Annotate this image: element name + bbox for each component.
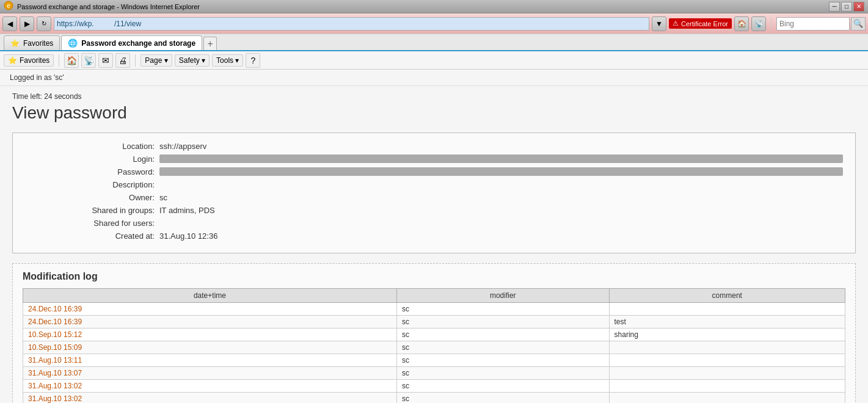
help-button[interactable]: ? xyxy=(246,53,260,68)
created-label: Created at: xyxy=(25,231,159,241)
bing-input[interactable] xyxy=(776,17,850,31)
tab-favorites[interactable]: ⭐ Favorites xyxy=(4,35,60,50)
date-link[interactable]: 31.Aug.10 13:07 xyxy=(28,369,82,377)
safety-menu[interactable]: Safety ▾ xyxy=(175,54,210,67)
info-row-password: Password: xyxy=(25,167,843,176)
info-row-created: Created at: 31.Aug.10 12:36 xyxy=(25,231,843,241)
tab-password-exchange[interactable]: 🌐 Password exchange and storage xyxy=(61,35,202,50)
cell-comment: test xyxy=(609,316,845,329)
cell-date: 24.Dec.10 16:39 xyxy=(23,303,397,316)
shared-groups-label: Shared in groups: xyxy=(25,206,159,215)
toolbar-sep2 xyxy=(135,54,136,67)
logged-in-text: Logged in as 'sc' xyxy=(10,73,64,82)
safety-label: Safety ▾ xyxy=(179,56,205,65)
table-row: 24.Dec.10 16:39sctest xyxy=(23,316,845,329)
password-info-box: Location: ssh://appserv Login: Password:… xyxy=(12,133,856,253)
owner-value: sc xyxy=(159,193,843,202)
info-row-shared-groups: Shared in groups: IT admins, PDS xyxy=(25,206,843,215)
page-menu[interactable]: Page ▾ xyxy=(140,54,172,67)
description-value xyxy=(159,180,843,189)
toolbar-sep1 xyxy=(59,54,59,67)
col-modifier: modifier xyxy=(396,289,609,303)
cell-comment xyxy=(609,367,845,380)
location-value: ssh://appserv xyxy=(159,142,843,151)
cell-date: 31.Aug.10 13:11 xyxy=(23,354,397,367)
info-row-shared-users: Shared for users: xyxy=(25,219,843,228)
tab-bar: ⭐ Favorites 🌐 Password exchange and stor… xyxy=(0,34,868,51)
table-row: 31.Aug.10 13:07sc xyxy=(23,367,845,380)
star-icon-toolbar: ⭐ xyxy=(8,56,17,65)
info-row-owner: Owner: sc xyxy=(25,193,843,202)
owner-label: Owner: xyxy=(25,193,159,202)
cert-error-badge[interactable]: ⚠ Certificate Error xyxy=(669,18,732,29)
cell-modifier: sc xyxy=(396,341,609,354)
favorites-button[interactable]: ⭐ Favorites xyxy=(4,54,54,67)
table-row: 31.Aug.10 13:11sc xyxy=(23,354,845,367)
cell-date: 31.Aug.10 13:02 xyxy=(23,393,397,404)
home-button[interactable]: 🏠 xyxy=(734,16,749,31)
table-row: 10.Sep.10 15:09sc xyxy=(23,341,845,354)
date-link[interactable]: 10.Sep.10 15:12 xyxy=(28,330,82,339)
title-bar-text: Password exchange and storage - Windows … xyxy=(17,3,825,10)
feeds-button[interactable]: 📡 xyxy=(751,16,766,31)
logged-in-bar: Logged in as 'sc' xyxy=(0,70,868,86)
modification-log-title: Modification log xyxy=(23,271,845,282)
location-label: Location: xyxy=(25,142,159,151)
table-row: 31.Aug.10 13:02sc xyxy=(23,380,845,393)
go-button[interactable]: ▼ xyxy=(652,16,666,31)
date-link[interactable]: 10.Sep.10 15:09 xyxy=(28,343,82,352)
cell-comment xyxy=(609,354,845,367)
date-link[interactable]: 31.Aug.10 13:02 xyxy=(28,382,82,390)
date-link[interactable]: 24.Dec.10 16:39 xyxy=(28,305,82,313)
feeds-toolbar-button[interactable]: 📡 xyxy=(81,53,96,68)
date-link[interactable]: 31.Aug.10 13:02 xyxy=(28,394,82,403)
cell-modifier: sc xyxy=(396,303,609,316)
date-link[interactable]: 24.Dec.10 16:39 xyxy=(28,318,82,326)
info-row-location: Location: ssh://appserv xyxy=(25,142,843,151)
cell-modifier: sc xyxy=(396,316,609,329)
cert-error-label: Certificate Error xyxy=(681,20,728,27)
tab-password-label: Password exchange and storage xyxy=(81,39,195,48)
password-label: Password: xyxy=(25,167,159,176)
forward-button[interactable]: ▶ xyxy=(20,16,34,31)
password-value xyxy=(159,167,843,176)
print-button[interactable]: 🖨 xyxy=(115,53,130,68)
maximize-button[interactable]: □ xyxy=(841,2,852,12)
col-comment: comment xyxy=(609,289,845,303)
time-left: Time left: 24 seconds xyxy=(12,92,856,101)
address-input[interactable] xyxy=(54,17,649,31)
cell-comment xyxy=(609,303,845,316)
info-row-login: Login: xyxy=(25,154,843,164)
favorites-label: Favorites xyxy=(20,56,49,65)
date-link[interactable]: 31.Aug.10 13:11 xyxy=(28,356,82,365)
table-row: 24.Dec.10 16:39sc xyxy=(23,303,845,316)
back-button[interactable]: ◀ xyxy=(2,16,17,31)
modification-table: date+time modifier comment 24.Dec.10 16:… xyxy=(23,288,845,403)
cell-comment xyxy=(609,341,845,354)
created-value: 31.Aug.10 12:36 xyxy=(159,231,843,241)
minimize-button[interactable]: ─ xyxy=(829,2,840,12)
title-bar: e Password exchange and storage - Window… xyxy=(0,0,868,13)
login-label: Login: xyxy=(25,154,159,164)
mail-button[interactable]: ✉ xyxy=(98,53,113,68)
shared-users-value xyxy=(159,219,843,228)
star-icon: ⭐ xyxy=(10,39,20,48)
tools-menu[interactable]: Tools ▾ xyxy=(212,54,243,67)
bing-search-button[interactable]: 🔍 xyxy=(851,17,866,31)
title-bar-icon: e xyxy=(4,1,13,12)
table-header-row: date+time modifier comment xyxy=(23,289,845,303)
refresh-button[interactable]: ↻ xyxy=(37,16,51,31)
home-toolbar-button[interactable]: 🏠 xyxy=(64,53,79,68)
table-row: 31.Aug.10 13:02sc xyxy=(23,393,845,404)
close-button[interactable]: ✕ xyxy=(853,2,864,12)
description-label: Description: xyxy=(25,180,159,189)
cell-date: 31.Aug.10 13:07 xyxy=(23,367,397,380)
info-row-description: Description: xyxy=(25,180,843,189)
new-tab-button[interactable]: + xyxy=(203,37,217,50)
bing-search: 🔍 xyxy=(776,17,866,31)
tools-label: Tools ▾ xyxy=(216,56,239,65)
cell-modifier: sc xyxy=(396,380,609,393)
svg-text:e: e xyxy=(7,2,10,9)
main-content: Logged in as 'sc' Time left: 24 seconds … xyxy=(0,70,868,403)
cell-date: 10.Sep.10 15:09 xyxy=(23,341,397,354)
